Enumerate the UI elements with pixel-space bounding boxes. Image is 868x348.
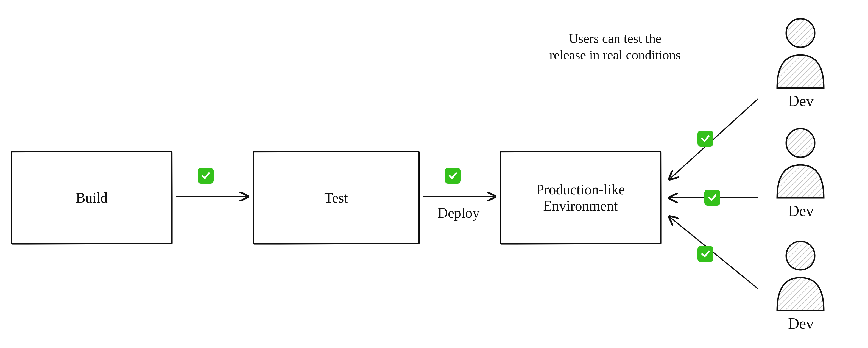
stage-build-box: Build xyxy=(11,151,173,244)
check-icon xyxy=(445,168,461,184)
stage-prodlike-box: Production-like Environment xyxy=(500,151,661,244)
check-icon xyxy=(704,190,720,206)
arrow-dev3-to-prodlike xyxy=(670,217,758,289)
arrow-deploy-label: Deploy xyxy=(428,205,489,221)
caption-users-test: Users can test the release in real condi… xyxy=(522,30,709,63)
dev-label-2: Dev xyxy=(788,202,814,220)
stage-build-label: Build xyxy=(76,190,107,206)
svg-point-4 xyxy=(786,241,815,270)
arrow-dev1-to-prodlike xyxy=(670,99,758,179)
check-icon xyxy=(698,246,713,262)
check-icon xyxy=(198,168,214,184)
dev-label-3: Dev xyxy=(788,315,814,332)
user-icon xyxy=(769,17,832,91)
stage-test-box: Test xyxy=(253,151,420,244)
stage-prodlike-label: Production-like Environment xyxy=(536,181,625,214)
caption-users-test-text: Users can test the release in real condi… xyxy=(550,31,681,62)
svg-point-3 xyxy=(786,128,815,157)
dev-label-1: Dev xyxy=(788,92,814,110)
svg-point-2 xyxy=(786,19,815,47)
user-icon xyxy=(769,239,832,313)
check-icon xyxy=(698,130,713,146)
stage-test-label: Test xyxy=(324,190,348,206)
user-icon xyxy=(769,126,832,201)
diagram-canvas: Build Test Production-like Environment D… xyxy=(0,0,868,348)
